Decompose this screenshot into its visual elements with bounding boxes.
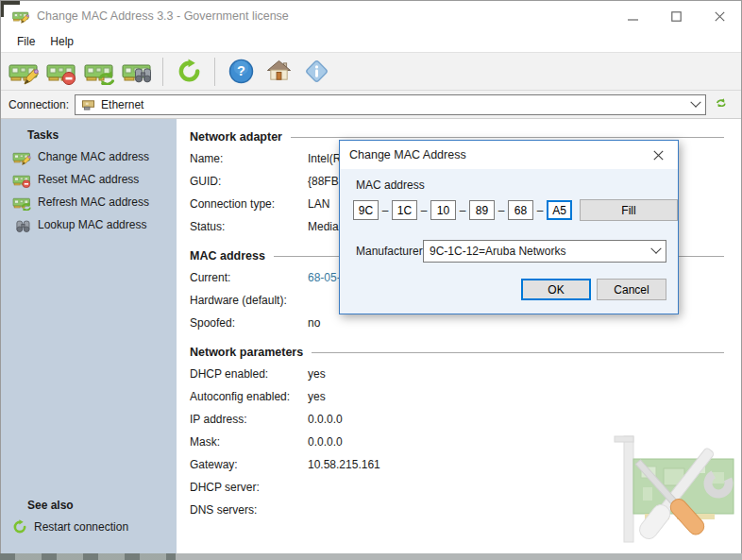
nic-refresh-icon xyxy=(12,195,31,211)
task-label: Refresh MAC address xyxy=(38,195,149,209)
mac-byte-input-1[interactable] xyxy=(353,200,379,220)
menu-file[interactable]: File xyxy=(9,33,42,50)
nic-remove-icon xyxy=(46,59,76,85)
field-label: Mask: xyxy=(190,435,308,449)
field-label: Status: xyxy=(190,220,308,233)
sidebar-item-restart-connection[interactable]: Restart connection xyxy=(1,516,177,538)
nic-remove-icon xyxy=(12,172,31,188)
nic-lookup-icon xyxy=(122,59,152,85)
mac-byte-input-4[interactable] xyxy=(469,200,495,220)
field-label: GUID: xyxy=(190,175,308,188)
about-button[interactable] xyxy=(297,55,335,89)
field-label: Current: xyxy=(190,271,308,284)
sidebar-item-change-mac[interactable]: Change MAC address xyxy=(1,145,177,168)
connection-bar: Connection: Ethernet xyxy=(1,91,741,119)
tasks-header: Tasks xyxy=(1,125,177,145)
connection-select[interactable]: Ethernet xyxy=(75,94,706,115)
field-label: Autoconfig enabled: xyxy=(190,390,308,403)
field-label: DHCP enabled: xyxy=(190,367,308,381)
lookup-mac-button[interactable] xyxy=(118,55,156,89)
close-button[interactable] xyxy=(698,1,741,31)
manufacturer-select[interactable]: 9C-1C-12=Aruba Networks xyxy=(423,240,666,263)
mac-byte-input-2[interactable] xyxy=(392,200,417,220)
see-also-header: See also xyxy=(1,495,177,516)
close-icon xyxy=(653,150,664,161)
refresh-connections-button[interactable] xyxy=(714,94,735,115)
connection-value: Ethernet xyxy=(101,98,143,111)
toolbar-separator xyxy=(162,58,163,86)
toolbar: ? xyxy=(1,52,741,91)
see-also-section: See also Restart connection xyxy=(1,495,177,538)
refresh-mac-button[interactable] xyxy=(80,55,118,89)
sidebar-item-reset-mac[interactable]: Reset MAC address xyxy=(1,168,177,191)
field-value: LAN xyxy=(308,197,329,211)
dialog-body: MAC address – – – – – Fill Manufacturer … xyxy=(340,169,678,314)
reset-mac-button[interactable] xyxy=(42,55,80,89)
mac-byte-input-6[interactable] xyxy=(547,200,572,220)
minimize-icon xyxy=(628,11,638,22)
mac-address-label: MAC address xyxy=(356,178,425,192)
mac-separator: – xyxy=(381,204,389,217)
fill-button[interactable]: Fill xyxy=(580,199,678,221)
manufacturer-label: Manufacturer xyxy=(356,245,423,258)
change-mac-button[interactable] xyxy=(5,55,42,89)
background-window-sliver xyxy=(3,1,20,5)
restart-connection-button[interactable] xyxy=(170,55,208,89)
field-label: Gateway: xyxy=(190,458,308,471)
field-value: 10.58.215.161 xyxy=(308,458,380,471)
mac-separator: – xyxy=(459,204,466,217)
svg-text:?: ? xyxy=(237,63,245,78)
manufacturer-value: 9C-1C-12=Aruba Networks xyxy=(430,245,565,258)
maximize-button[interactable] xyxy=(654,1,698,31)
mac-separator: – xyxy=(420,204,428,217)
app-logo-watermark xyxy=(607,431,741,554)
cancel-button[interactable]: Cancel xyxy=(597,279,666,300)
background-window-sliver xyxy=(1,1,4,17)
nic-refresh-icon xyxy=(84,59,114,85)
dialog-close-button[interactable] xyxy=(638,141,678,169)
mac-separator: – xyxy=(497,204,505,217)
field-value: yes xyxy=(308,390,326,403)
minimize-button[interactable] xyxy=(611,1,654,31)
field-label: IP address: xyxy=(190,413,308,426)
title-bar: Change MAC Address 3.3 - Government lice… xyxy=(1,1,741,31)
ok-button[interactable]: OK xyxy=(521,279,591,300)
task-label: Lookup MAC address xyxy=(38,218,146,231)
divider xyxy=(291,137,724,138)
field-label: Connection type: xyxy=(190,197,308,211)
mac-byte-input-5[interactable] xyxy=(508,200,533,220)
sidebar-item-lookup-mac[interactable]: Lookup MAC address xyxy=(1,213,177,236)
help-button[interactable]: ? xyxy=(222,55,260,89)
nic-edit-icon xyxy=(12,149,31,165)
refresh-icon xyxy=(12,519,27,535)
dialog-title-bar: Change MAC Address xyxy=(340,141,678,169)
home-icon xyxy=(266,59,292,84)
field-value: 0.0.0.0 xyxy=(308,435,343,449)
field-value: 0.0.0.0 xyxy=(308,413,343,426)
task-label: Reset MAC address xyxy=(38,173,139,186)
adapter-icon xyxy=(81,98,96,110)
connection-label: Connection: xyxy=(8,98,69,111)
sync-icon xyxy=(716,96,734,112)
section-network-parameters: Network parameters xyxy=(190,342,724,363)
binoculars-icon xyxy=(12,217,31,233)
maximize-icon xyxy=(671,11,682,22)
desktop-background-strip xyxy=(0,553,742,560)
menu-help[interactable]: Help xyxy=(42,33,81,50)
field-value: no xyxy=(308,316,320,330)
chevron-down-icon xyxy=(650,244,661,254)
sidebar-item-refresh-mac[interactable]: Refresh MAC address xyxy=(1,191,177,213)
field-label: Spoofed: xyxy=(190,316,308,330)
field-label: DNS servers: xyxy=(190,503,308,517)
field-label: DHCP server: xyxy=(190,481,308,494)
background-window-edge xyxy=(0,553,176,560)
field-value: yes xyxy=(308,367,326,381)
help-icon: ? xyxy=(228,59,254,84)
nic-edit-icon xyxy=(8,59,39,85)
mac-separator: – xyxy=(536,204,544,217)
change-mac-dialog: Change MAC Address MAC address – – – – –… xyxy=(339,140,679,314)
sidebar: Tasks Change MAC address Reset MAC addre… xyxy=(1,119,177,554)
mac-byte-input-3[interactable] xyxy=(430,200,456,220)
home-button[interactable] xyxy=(260,55,297,89)
chevron-down-icon xyxy=(690,96,700,107)
